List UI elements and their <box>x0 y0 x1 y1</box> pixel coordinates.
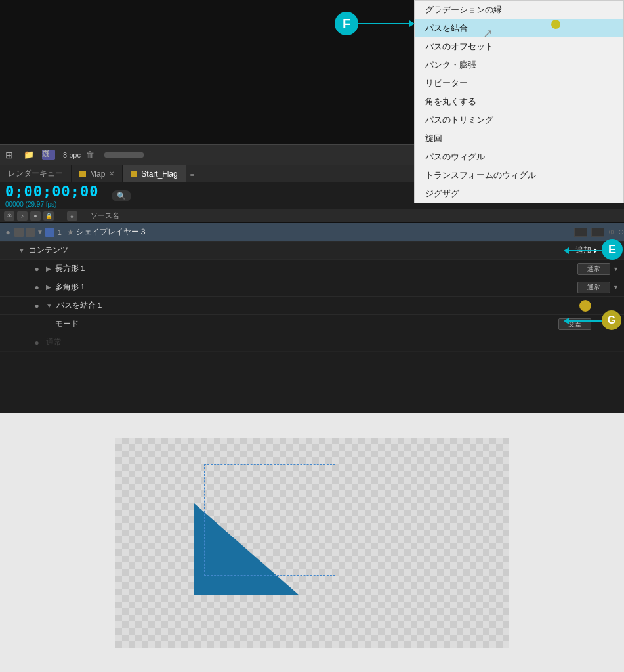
layer-name: シェイプレイヤー３ <box>76 226 574 238</box>
polygon-layer-name: 多角形１ <box>55 282 87 293</box>
layer-number: 1 <box>54 228 65 236</box>
dropdown-item-wiggle-paths[interactable]: パスのウィグル <box>415 148 623 166</box>
bpc-label: 8 bpc <box>63 151 81 159</box>
search-box[interactable]: 🔍 <box>112 190 131 201</box>
cursor-icon: ↗ <box>483 26 493 41</box>
polygon-chevron[interactable]: ▼ <box>613 284 619 291</box>
layer-star-icon[interactable]: ★ <box>67 228 74 237</box>
timecode-main: 0;00;00;00 <box>5 183 98 200</box>
label-e: E <box>602 239 623 260</box>
tab-render-queue[interactable]: レンダーキュー <box>0 165 72 182</box>
layer-right-box2 <box>591 228 604 237</box>
layer-row-shape[interactable]: ● ▼ 1 ★ シェイプレイヤー３ ⊕ ⊙ <box>0 223 624 242</box>
layer-right-extra: ⊙ <box>618 228 624 236</box>
column-headers: 👁 ♪ ● 🔒 # ソース名 <box>0 209 624 223</box>
g-arrow-head <box>564 318 569 324</box>
timecode-sub: 00000 (29.97 fps) <box>5 201 98 208</box>
dropdown-item-trim-paths[interactable]: パスのトリミング <box>415 111 623 129</box>
folder-icon: 📁 <box>24 150 37 160</box>
merge-path-indent: ● ▼ パスを結合１ <box>3 300 624 311</box>
mode-value-section: 交差 G <box>558 318 624 330</box>
rect-layer-row[interactable]: ● ▶ 長方形１ 通常 ▼ <box>0 260 624 278</box>
mode-row[interactable]: モード 交差 G <box>0 315 624 333</box>
rect-layer-name: 長方形１ <box>55 263 87 274</box>
dropdown-item-pucker[interactable]: パンク・膨張 <box>415 56 623 74</box>
polygon-eye-icon[interactable]: ● <box>31 282 42 293</box>
extra-eye: ● <box>31 337 42 348</box>
dropdown-item-repeater[interactable]: リピーター <box>415 74 623 93</box>
tab-map-color <box>79 171 86 177</box>
timecode-container: 0;00;00;00 00000 (29.97 fps) <box>5 183 98 208</box>
tab-menu-icon[interactable]: ≡ <box>190 169 199 178</box>
dropdown-item-zigzag[interactable]: ジグザグ <box>415 184 623 203</box>
rect-expand-icon[interactable]: ▶ <box>46 265 51 272</box>
dropdown-item-offset[interactable]: パスのオフセット <box>415 37 623 56</box>
layer-right-box1 <box>574 228 587 237</box>
merge-path-expand-icon[interactable]: ▼ <box>46 302 52 309</box>
g-arrow-line <box>569 320 602 322</box>
extra-row: ● 通常 <box>0 333 624 352</box>
solo-col-icon: ● <box>30 211 41 220</box>
label-col-icon: # <box>67 211 77 220</box>
f-arrow-line <box>358 23 411 24</box>
contents-expand-icon[interactable]: ▼ <box>18 247 25 254</box>
rect-chevron[interactable]: ▼ <box>613 266 619 272</box>
layer-row-right: ⊕ ⊙ <box>574 228 624 237</box>
rect-mode-section: 通常 ▼ <box>577 263 624 275</box>
mode-indent: モード 交差 G <box>3 318 624 330</box>
dropdown-item-round-corners[interactable]: 角を丸くする <box>415 93 623 111</box>
layer-controls: ▼ <box>14 228 54 237</box>
tab-map-close[interactable]: ✕ <box>109 170 114 177</box>
audio-col-icon: ♪ <box>17 211 28 220</box>
polygon-indent: ● ▶ 多角形１ 通常 ▼ <box>3 282 624 293</box>
layer-eye-icon[interactable]: ● <box>3 227 13 238</box>
tab-start-flag[interactable]: Start_Flag <box>123 165 186 182</box>
layer-expand-icon[interactable]: ▼ <box>37 228 43 236</box>
preview-area: グラデーションの縁 パスを結合 パスのオフセット パンク・膨張 リピーター 角を… <box>0 0 624 144</box>
layer-spiral-icon: ⊕ <box>608 228 614 236</box>
label-g: G <box>602 310 621 330</box>
polygon-mode-box[interactable]: 通常 <box>577 282 610 293</box>
polygon-expand-icon[interactable]: ▶ <box>46 284 51 291</box>
extra-spacer: 通常 <box>46 337 62 348</box>
ae-panel: グラデーションの縁 パスを結合 パスのオフセット パンク・膨張 リピーター 角を… <box>0 0 624 413</box>
dropdown-item-twist[interactable]: 旋回 <box>415 129 623 148</box>
ctrl-box-2 <box>26 228 35 237</box>
lock-col-icon: 🔒 <box>43 211 54 220</box>
cursor-dot <box>551 20 560 29</box>
rect-mode-box[interactable]: 通常 <box>577 263 610 275</box>
rect-eye-icon[interactable]: ● <box>31 264 42 274</box>
source-name-col: ソース名 <box>91 211 119 220</box>
tab-start-flag-label: Start_Flag <box>141 169 177 178</box>
rect-indent: ● ▶ 長方形１ 通常 ▼ <box>3 263 624 275</box>
render-bar <box>104 152 144 158</box>
search-icon: 🔍 <box>117 192 126 200</box>
contents-header-row[interactable]: ▼ コンテンツ 追加 E <box>0 242 624 260</box>
checker-canvas <box>115 438 509 648</box>
merge-path-layer-name: パスを結合１ <box>56 300 104 311</box>
merge-path-dot <box>579 300 591 312</box>
contents-label: コンテンツ <box>29 245 68 256</box>
f-arrow-head <box>409 20 415 27</box>
dropdown-item-wiggle-transform[interactable]: トランスフォームのウィグル <box>415 166 623 184</box>
tab-map-label: Map <box>90 169 105 178</box>
merge-path-layer-row[interactable]: ● ▼ パスを結合１ <box>0 297 624 315</box>
merge-path-eye-icon[interactable]: ● <box>31 301 42 311</box>
mode-label: モード <box>55 318 79 329</box>
ctrl-box-blue <box>45 228 54 237</box>
monitor-icon: ⊞ <box>5 150 18 160</box>
image-icon: 🖼 <box>42 150 55 160</box>
polygon-layer-row[interactable]: ● ▶ 多角形１ 通常 ▼ <box>0 278 624 297</box>
contents-indent: ▼ コンテンツ 追加 <box>3 245 624 256</box>
tab-map[interactable]: Map ✕ <box>72 165 123 182</box>
bottom-preview <box>0 413 624 672</box>
dropdown-item-gradient[interactable]: グラデーションの縁 <box>415 1 623 19</box>
tab-render-queue-label: レンダーキュー <box>8 168 63 179</box>
dropdown-menu: グラデーションの縁 パスを結合 パスのオフセット パンク・膨張 リピーター 角を… <box>414 0 624 203</box>
layer-area: ● ▼ 1 ★ シェイプレイヤー３ ⊕ ⊙ ▼ コンテンツ <box>0 223 624 352</box>
trash-icon[interactable]: 🗑 <box>86 150 96 160</box>
ctrl-box-1 <box>14 228 24 237</box>
dropdown-item-merge-path[interactable]: パスを結合 <box>415 19 623 37</box>
e-arrow-line <box>569 250 602 251</box>
tab-start-flag-color <box>131 171 137 177</box>
